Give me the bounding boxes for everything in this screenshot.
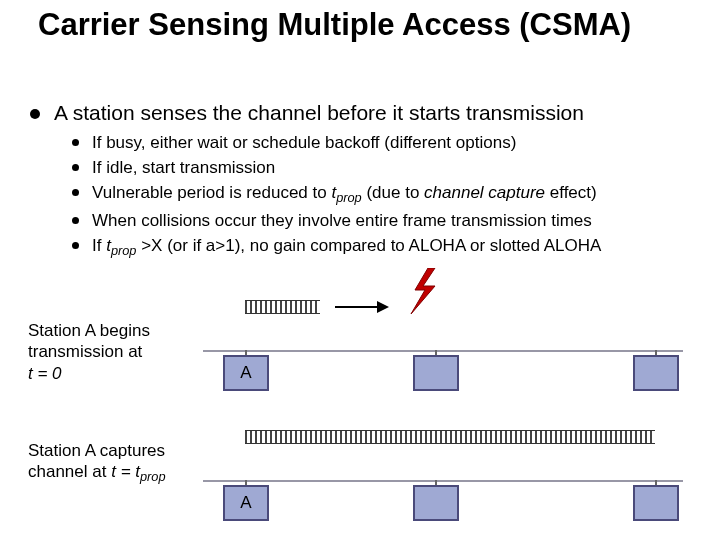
arrow-right-icon [333, 297, 393, 317]
diagram-capture: Station A captures channel at t = tprop … [28, 430, 698, 530]
slide-title: Carrier Sensing Multiple Access (CSMA) [38, 8, 678, 42]
svg-marker-2 [411, 268, 435, 314]
svg-marker-1 [377, 301, 389, 313]
timeline-2: A [203, 430, 698, 530]
slide: Carrier Sensing Multiple Access (CSMA) A… [0, 0, 720, 540]
sub-bullet-5: If tprop >X (or if a>1), no gain compare… [70, 235, 698, 260]
caption-capture: Station A captures channel at t = tprop [28, 440, 203, 486]
diagram-begin: Station A begins transmission at t = 0 A [28, 300, 698, 410]
station-middle [413, 355, 459, 391]
body: A station senses the channel before it s… [28, 100, 698, 263]
sub-bullet-2: If idle, start transmission [70, 157, 698, 179]
station-right [633, 355, 679, 391]
collision-bolt-icon [403, 268, 443, 318]
wire-2 [203, 480, 683, 482]
sub-bullets: If busy, either wait or schedule backoff… [70, 132, 698, 260]
timeline-1: A [203, 300, 698, 400]
station-a: A [223, 355, 269, 391]
station-right-2 [633, 485, 679, 521]
station-a-2: A [223, 485, 269, 521]
transmission-hatch-short [245, 300, 320, 314]
bullet-main-text: A station senses the channel before it s… [54, 101, 584, 124]
caption-begin: Station A begins transmission at t = 0 [28, 320, 203, 384]
sub-bullet-4: When collisions occur they involve entir… [70, 210, 698, 232]
wire-1 [203, 350, 683, 352]
sub-bullet-3: Vulnerable period is reduced to tprop (d… [70, 182, 698, 207]
transmission-hatch-long [245, 430, 655, 444]
bullet-main: A station senses the channel before it s… [28, 100, 698, 126]
station-middle-2 [413, 485, 459, 521]
sub-bullet-1: If busy, either wait or schedule backoff… [70, 132, 698, 154]
